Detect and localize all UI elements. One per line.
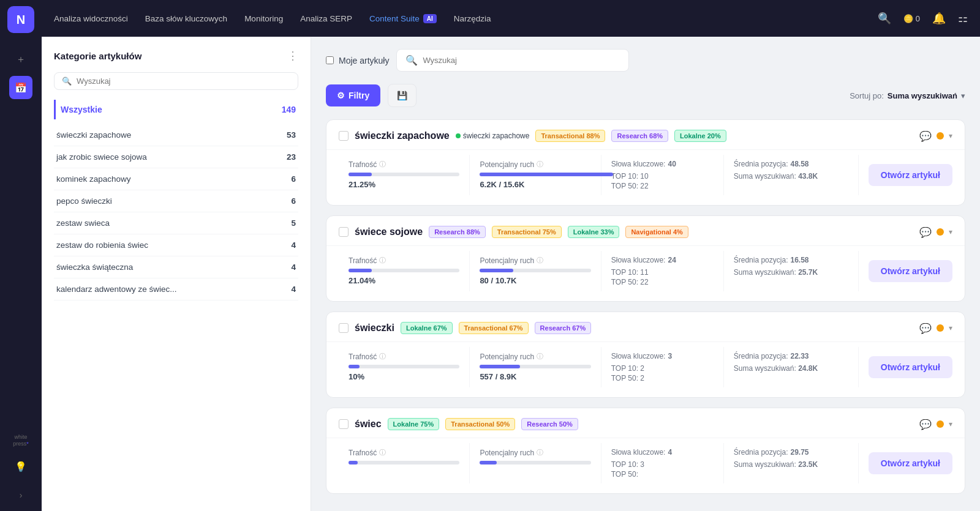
- slowa-block: Słowa kluczowe: 24 TOP 10: 11 TOP 50: 22: [601, 251, 724, 291]
- my-articles-checkbox[interactable]: [326, 56, 334, 64]
- bell-icon[interactable]: 🔔: [932, 12, 946, 25]
- main-search-input[interactable]: [423, 56, 620, 65]
- sidebar-expand-icon[interactable]: ›: [15, 485, 28, 505]
- my-articles-label: Moje artykuły: [339, 56, 389, 65]
- potencjal-value: 6.2K / 15.6K: [480, 180, 590, 189]
- card-chevron-icon[interactable]: ▾: [949, 228, 952, 236]
- filter-button[interactable]: ⚙ Filtry: [326, 84, 380, 106]
- articles-container: świeczki zapachowe świeczki zapachoweTra…: [326, 119, 965, 494]
- comment-icon[interactable]: 💬: [919, 226, 932, 238]
- category-menu-icon[interactable]: ⋮: [287, 49, 298, 62]
- color-dot[interactable]: [937, 420, 944, 428]
- search-icon[interactable]: 🔍: [878, 12, 891, 25]
- avg-block: Średnia pozycja: 16.58 Suma wyszukiwań: …: [724, 251, 859, 291]
- card-checkbox[interactable]: [339, 419, 349, 429]
- trafnosc-info-icon: ⓘ: [379, 160, 386, 169]
- potencjal-label: Potencjalny ruch ⓘ: [480, 352, 590, 361]
- category-item[interactable]: jak zrobic swiece sojowa23: [54, 146, 298, 168]
- trafnosc-info-icon: ⓘ: [379, 352, 386, 361]
- nav-analiza-widocznosci[interactable]: Analiza widoczności: [54, 14, 128, 23]
- grid-icon[interactable]: ⚏: [958, 12, 968, 25]
- card-chevron-icon[interactable]: ▾: [949, 324, 952, 332]
- potencjal-info-icon: ⓘ: [537, 160, 543, 169]
- comment-icon[interactable]: 💬: [919, 130, 932, 142]
- sidebar-icon-calendar[interactable]: 📅: [9, 76, 32, 99]
- card-title: świece sojowe: [355, 226, 423, 237]
- trafnosc-block: Trafność ⓘ 10%: [339, 347, 470, 387]
- card-body: Trafność ⓘ 10% Potencjalny ruch ⓘ 557 / …: [326, 341, 965, 397]
- nav-right: 🔍 🪙 0 🔔 ⚏: [878, 12, 968, 25]
- potencjal-info-icon: ⓘ: [537, 256, 543, 265]
- main-search-box: 🔍: [396, 49, 629, 72]
- sidebar-icon-bulb[interactable]: 💡: [9, 455, 32, 478]
- sidebar-icon-plus[interactable]: ＋: [9, 48, 32, 71]
- card-title: świeczki zapachowe: [355, 130, 450, 141]
- nav-content-suite[interactable]: Content Suite AI: [369, 14, 437, 23]
- card-chevron-icon[interactable]: ▾: [949, 132, 952, 140]
- avg-pos-label: Średnia pozycja: 29.75: [734, 448, 848, 457]
- color-dot[interactable]: [937, 228, 944, 236]
- category-search-input[interactable]: [77, 76, 290, 86]
- save-button[interactable]: 💾: [388, 84, 417, 107]
- card-checkbox[interactable]: [339, 323, 349, 333]
- my-articles-checkbox-label[interactable]: Moje artykuły: [326, 56, 389, 65]
- tag-lokalne: Lokalne 67%: [401, 322, 453, 334]
- category-item[interactable]: zestaw swieca5: [54, 212, 298, 234]
- potencjal-progress-bar: [480, 461, 590, 464]
- trafnosc-progress-bar: [349, 173, 459, 176]
- nav-narzedzia[interactable]: Narzędzia: [454, 14, 491, 23]
- category-item[interactable]: świeczki zapachowe53: [54, 124, 298, 146]
- category-item[interactable]: zestaw do robienia świec4: [54, 234, 298, 256]
- card-checkbox[interactable]: [339, 227, 349, 237]
- potencjal-progress-bar: [480, 365, 590, 368]
- potencjal-block: Potencjalny ruch ⓘ 557 / 8.9K: [470, 347, 601, 387]
- sort-chevron-icon[interactable]: ▾: [961, 91, 965, 100]
- main-search-icon: 🔍: [405, 54, 418, 66]
- comment-icon[interactable]: 💬: [919, 323, 932, 334]
- nav-monitoring[interactable]: Monitoring: [244, 14, 283, 23]
- filter-icon: ⚙: [337, 91, 345, 100]
- save-icon: 💾: [397, 91, 407, 100]
- card-checkbox[interactable]: [339, 131, 349, 141]
- tag-transactional: Transactional 75%: [492, 226, 562, 238]
- category-all-item[interactable]: Wszystkie 149: [54, 100, 298, 119]
- logo: N: [7, 6, 34, 33]
- category-item[interactable]: kalendarz adwentowy ze świec...4: [54, 278, 298, 300]
- open-article-button[interactable]: Otwórz artykuł: [869, 452, 952, 474]
- open-article-button[interactable]: Otwórz artykuł: [869, 260, 952, 282]
- potencjal-progress-bar: [480, 173, 590, 176]
- avg-pos-label: Średnia pozycja: 22.33: [734, 352, 848, 360]
- open-article-button[interactable]: Otwórz artykuł: [869, 356, 952, 378]
- card-body: Trafność ⓘ 21.04% Potencjalny ruch ⓘ 80 …: [326, 245, 965, 301]
- trafnosc-progress-fill: [349, 461, 358, 464]
- trafnosc-info-icon: ⓘ: [379, 256, 386, 265]
- potencjal-progress-fill: [480, 461, 496, 464]
- card-actions: 💬 ▾: [919, 226, 952, 238]
- article-card: świeczki zapachowe świeczki zapachoweTra…: [326, 119, 965, 206]
- card-actions: 💬 ▾: [919, 130, 952, 142]
- trafnosc-progress-fill: [349, 269, 372, 272]
- trafnosc-progress-bar: [349, 269, 459, 272]
- card-actions: 💬 ▾: [919, 419, 952, 430]
- category-item[interactable]: świeczka świąteczna4: [54, 256, 298, 278]
- color-dot[interactable]: [937, 324, 944, 332]
- card-header: świeczki Lokalne 67%Transactional 67%Res…: [326, 312, 965, 341]
- potencjal-progress-fill: [480, 269, 513, 272]
- open-article-button[interactable]: Otwórz artykuł: [869, 164, 952, 186]
- main-area: Analiza widoczności Baza słów kluczowych…: [42, 0, 980, 511]
- comment-icon[interactable]: 💬: [919, 419, 932, 430]
- top10-label: TOP 10: 2: [611, 364, 714, 373]
- category-item[interactable]: kominek zapachowy6: [54, 168, 298, 190]
- nav-baza-slow[interactable]: Baza słów kluczowych: [145, 14, 227, 23]
- category-search-box: 🔍: [54, 72, 298, 90]
- category-item[interactable]: pepco świeczki6: [54, 190, 298, 212]
- card-chevron-icon[interactable]: ▾: [949, 420, 952, 428]
- color-dot[interactable]: [937, 132, 944, 140]
- potencjal-block: Potencjalny ruch ⓘ: [470, 443, 601, 483]
- category-title: Kategorie artykułów: [54, 51, 141, 61]
- category-list: świeczki zapachowe53jak zrobic swiece so…: [54, 124, 298, 300]
- keyword-badge: świeczki zapachowe: [456, 132, 530, 140]
- avg-pos-label: Średnia pozycja: 48.58: [734, 160, 848, 168]
- tag-research: Research 88%: [429, 226, 486, 238]
- nav-analiza-serp[interactable]: Analiza SERP: [300, 14, 352, 23]
